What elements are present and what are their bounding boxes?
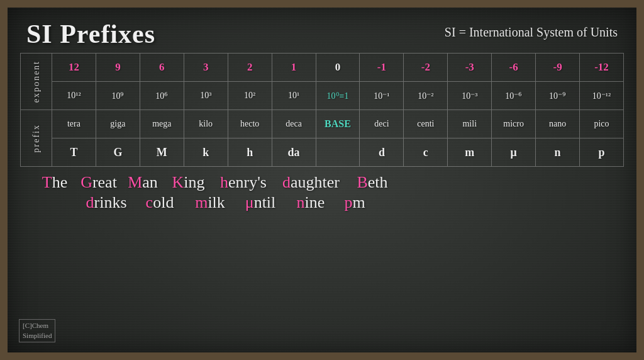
mnemonic-first-letter: h: [220, 173, 228, 191]
page-title: SI Prefixes: [26, 19, 155, 49]
prefix-name-cell: deca: [272, 110, 316, 138]
chalkboard-background: SI Prefixes SI = International System of…: [0, 0, 644, 360]
mnemonic-word: Man: [121, 173, 165, 192]
mnemonic-first-letter: B: [357, 173, 367, 191]
power-cell: 10¹²: [52, 82, 96, 110]
exp-cell: 2: [228, 53, 272, 81]
exponent-number-row: 12963210-1-2-3-6-9-12: [52, 53, 623, 82]
exp-cell: 6: [140, 53, 184, 81]
power-cell: 10⁶: [140, 82, 184, 110]
prefix-name-cell: mega: [140, 110, 184, 138]
prefix-name-cell: kilo: [184, 110, 228, 138]
mnemonic-first-letter: T: [42, 173, 52, 191]
mnemonic-word: nine: [286, 193, 336, 212]
data-columns: 12963210-1-2-3-6-9-12 10¹²10⁹10⁶10³10²10…: [52, 53, 623, 166]
mnemonic-word: pm: [336, 193, 374, 212]
mnemonic-row-1: TheGreatManKinghenry'sdaughterBeth: [33, 173, 611, 192]
mnemonic-word: King: [165, 173, 212, 192]
power-row: 10¹²10⁹10⁶10³10²10¹10⁰≡110⁻¹10⁻²10⁻³10⁻⁶…: [52, 82, 623, 110]
prefix-symbol-cell: n: [536, 138, 580, 166]
power-cell: 10⁻⁹: [536, 82, 580, 110]
prefix-label-cell: prefix: [21, 110, 52, 166]
logo-line1: [C]Chem: [23, 321, 52, 330]
prefix-symbol-cell: da: [272, 138, 316, 166]
mnemonic-row-2: drinkscoldmilkμntilninepm: [33, 193, 611, 212]
power-cell: 10⁻⁶: [492, 82, 536, 110]
exp-cell: 3: [184, 53, 228, 81]
power-cell: 10²: [228, 82, 272, 110]
mnemonic-first-letter: μ: [245, 193, 254, 211]
prefix-name-cell: giga: [96, 110, 140, 138]
power-cell: 10¹: [272, 82, 316, 110]
exp-cell: 9: [96, 53, 140, 81]
mnemonic-first-letter: c: [146, 193, 153, 211]
mnemonic-first-letter: n: [297, 193, 305, 211]
mnemonic-word: daughter: [275, 173, 347, 192]
prefix-name-cell: BASE: [316, 110, 360, 138]
power-cell: 10⁻¹²: [580, 82, 623, 110]
prefix-symbol-cell: d: [360, 138, 404, 166]
prefix-symbol-cell: h: [228, 138, 272, 166]
mnemonic-word: drinks: [78, 193, 135, 212]
logo-text1: Chem: [32, 322, 48, 329]
exp-cell: -9: [536, 53, 580, 81]
power-cell: 10⁻²: [404, 82, 448, 110]
mnemonic-first-letter: d: [282, 173, 291, 191]
mnemonic-first-letter: d: [86, 193, 94, 211]
exp-cell: -1: [360, 53, 404, 81]
prefix-symbol-cell: [316, 138, 360, 166]
mnemonic-word: cold: [135, 193, 185, 212]
prefix-name-cell: micro: [492, 110, 536, 138]
exponent-label-cell: exponent: [21, 53, 52, 110]
exp-cell: -6: [492, 53, 536, 81]
mnemonic-first-letter: M: [128, 173, 142, 191]
mnemonic-first-letter: G: [80, 173, 92, 191]
exp-cell: -12: [580, 53, 623, 81]
logo: [C]Chem Simplified: [19, 319, 55, 342]
prefix-name-cell: nano: [536, 110, 580, 138]
prefix-symbol-cell: T: [52, 138, 96, 166]
prefix-name-cell: deci: [360, 110, 404, 138]
power-cell: 10³: [184, 82, 228, 110]
row-labels-column: exponent prefix: [21, 53, 52, 166]
prefix-name-cell: centi: [404, 110, 448, 138]
prefix-name-cell: mili: [448, 110, 492, 138]
header-area: SI Prefixes SI = International System of…: [14, 14, 630, 52]
logo-line2: Simplified: [23, 331, 52, 340]
mnemonic-word: henry's: [212, 173, 275, 192]
prefix-name-cell: pico: [580, 110, 623, 138]
prefix-name-cell: tera: [52, 110, 96, 138]
si-table: exponent prefix 12963210-1-2-3-6-9-12 10…: [20, 53, 624, 167]
power-cell: 10⁻¹: [360, 82, 404, 110]
page-subtitle: SI = International System of Units: [445, 19, 618, 40]
mnemonic-first-letter: K: [172, 173, 184, 191]
exp-cell: -3: [448, 53, 492, 81]
mnemonic-word: The: [33, 173, 77, 192]
exp-cell: 1: [272, 53, 316, 81]
prefix-symbol-cell: m: [448, 138, 492, 166]
mnemonic-word: μntil: [235, 193, 286, 212]
mnemonic-first-letter: p: [344, 193, 352, 211]
prefix-symbol-cell: k: [184, 138, 228, 166]
exp-cell: 0: [316, 53, 360, 81]
power-cell: 10⁻³: [448, 82, 492, 110]
exp-cell: 12: [52, 53, 96, 81]
prefix-symbol-row: TGMkhdadcmμnp: [52, 138, 623, 166]
mnemonic-word: milk: [185, 193, 235, 212]
prefix-symbol-cell: p: [580, 138, 623, 166]
exponent-label: exponent: [31, 60, 42, 103]
prefix-name-row: teragigamegakilohectodecaBASEdecicentimi…: [52, 110, 623, 138]
power-cell: 10⁰≡1: [316, 82, 360, 110]
prefix-symbol-cell: μ: [492, 138, 536, 166]
power-cell: 10⁹: [96, 82, 140, 110]
prefix-name-cell: hecto: [228, 110, 272, 138]
mnemonic-word: Beth: [347, 173, 397, 192]
mnemonic-area: TheGreatManKinghenry'sdaughterBeth drink…: [14, 169, 630, 213]
mnemonic-word: Great: [77, 173, 121, 192]
logo-bracket: [C]: [23, 322, 32, 329]
mnemonic-first-letter: m: [195, 193, 208, 211]
prefix-symbol-cell: c: [404, 138, 448, 166]
prefix-symbol-cell: G: [96, 138, 140, 166]
exp-cell: -2: [404, 53, 448, 81]
prefix-label: prefix: [31, 124, 42, 152]
